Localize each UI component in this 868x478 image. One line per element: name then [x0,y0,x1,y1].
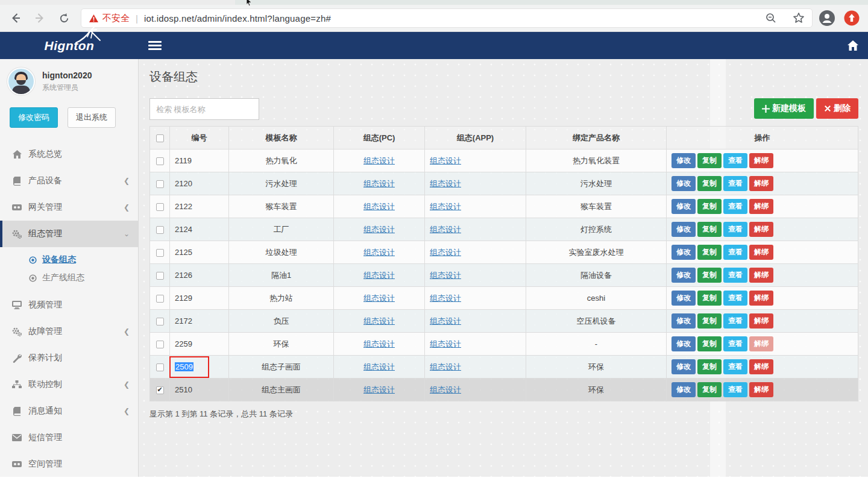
sidebar-item-gateway-management[interactable]: 网关管理❮ [0,194,138,221]
copy-button[interactable]: 复制 [697,313,722,329]
copy-button[interactable]: 复制 [697,291,722,306]
app-config-link[interactable]: 组态设计 [430,385,461,394]
copy-button[interactable]: 复制 [697,382,722,397]
modify-button[interactable]: 修改 [671,176,696,191]
unbind-button[interactable]: 解绑 [749,222,773,237]
unbind-button[interactable]: 解绑 [749,359,773,374]
row-checkbox[interactable] [156,272,164,280]
modify-button[interactable]: 修改 [671,336,696,351]
copy-button[interactable]: 复制 [697,199,722,214]
copy-button[interactable]: 复制 [697,359,722,374]
row-checkbox[interactable] [156,386,164,394]
view-button[interactable]: 查看 [723,199,747,214]
copy-button[interactable]: 复制 [697,153,722,168]
app-config-link[interactable]: 组态设计 [430,271,461,280]
unbind-button[interactable]: 解绑 [749,153,773,168]
modify-button[interactable]: 修改 [671,268,696,283]
change-password-button[interactable]: 修改密码 [10,107,58,128]
pc-config-link[interactable]: 组态设计 [363,248,395,257]
unbind-button[interactable]: 解绑 [749,176,773,191]
pc-config-link[interactable]: 组态设计 [363,339,395,348]
view-button[interactable]: 查看 [723,222,747,237]
copy-button[interactable]: 复制 [697,176,722,191]
app-config-link[interactable]: 组态设计 [430,225,461,234]
view-button[interactable]: 查看 [723,176,747,191]
sidebar-item-video-management[interactable]: 视频管理 [0,292,138,318]
bookmark-star-icon[interactable] [793,12,805,24]
sidebar-item-fault-management[interactable]: 故障管理❮ [0,318,138,345]
zoom-out-icon[interactable] [765,12,777,24]
unbind-button[interactable]: 解绑 [749,313,773,329]
forward-icon[interactable] [33,11,47,25]
row-checkbox[interactable] [156,341,164,348]
profile-icon[interactable] [819,10,835,27]
row-checkbox[interactable] [156,363,164,371]
select-all-checkbox[interactable] [156,134,164,142]
pc-config-link[interactable]: 组态设计 [363,179,395,188]
sidebar-item-sms-management[interactable]: 短信管理 [0,424,138,451]
app-config-link[interactable]: 组态设计 [430,362,461,371]
view-button[interactable]: 查看 [723,245,747,260]
pc-config-link[interactable]: 组态设计 [363,202,395,211]
modify-button[interactable]: 修改 [671,199,696,214]
row-checkbox[interactable] [156,318,164,325]
new-template-button[interactable]: 新建模板 [754,98,814,119]
sidebar-item-configuration-management[interactable]: 组态管理⌄ [0,221,138,247]
view-button[interactable]: 查看 [723,291,747,306]
modify-button[interactable]: 修改 [671,245,696,260]
app-config-link[interactable]: 组态设计 [430,248,461,257]
row-checkbox[interactable] [156,203,164,211]
view-button[interactable]: 查看 [723,268,747,283]
modify-button[interactable]: 修改 [671,313,696,329]
logout-button[interactable]: 退出系统 [68,107,116,128]
row-checkbox[interactable] [156,295,164,303]
sidebar-item-message-notification[interactable]: 消息通知❮ [0,398,138,424]
sidebar-item-maintenance-plan[interactable]: 保养计划 [0,345,138,371]
app-config-link[interactable]: 组态设计 [430,156,461,165]
pc-config-link[interactable]: 组态设计 [363,271,395,280]
unbind-button[interactable]: 解绑 [749,268,773,283]
view-button[interactable]: 查看 [723,153,747,168]
unbind-button[interactable]: 解绑 [749,382,773,397]
view-button[interactable]: 查看 [723,382,747,397]
app-config-link[interactable]: 组态设计 [430,179,461,188]
app-config-link[interactable]: 组态设计 [430,339,461,348]
url-text[interactable]: iot.idosp.net/admin/index.html?language=… [144,13,331,24]
sidebar-subitem-device-configuration[interactable]: 设备组态 [0,251,138,269]
back-icon[interactable] [8,11,23,25]
sidebar-subitem-production-line-configuration[interactable]: 生产线组态 [0,269,138,287]
unbind-button[interactable]: 解绑 [749,245,773,260]
pc-config-link[interactable]: 组态设计 [363,225,395,234]
address-bar[interactable]: 不安全 | iot.idosp.net/admin/index.html?lan… [81,8,813,28]
sidebar-item-space-management[interactable]: 空间管理 [0,451,138,477]
row-checkbox[interactable] [156,226,164,234]
sidebar-item-product-device[interactable]: 产品设备❮ [0,168,138,194]
modify-button[interactable]: 修改 [671,359,696,374]
copy-button[interactable]: 复制 [697,222,722,237]
pc-config-link[interactable]: 组态设计 [363,385,395,394]
app-config-link[interactable]: 组态设计 [430,294,461,303]
view-button[interactable]: 查看 [723,359,747,374]
modify-button[interactable]: 修改 [671,291,696,306]
hamburger-menu-icon[interactable] [148,41,162,50]
row-checkbox[interactable] [156,180,164,188]
reload-icon[interactable] [57,11,71,25]
view-button[interactable]: 查看 [723,313,747,329]
pc-config-link[interactable]: 组态设计 [363,294,395,303]
pc-config-link[interactable]: 组态设计 [363,316,395,325]
modify-button[interactable]: 修改 [671,153,696,168]
copy-button[interactable]: 复制 [697,268,722,283]
copy-button[interactable]: 复制 [697,336,722,351]
extension-up-arrow-icon[interactable] [844,10,860,26]
sidebar-item-system-overview[interactable]: 系统总览 [0,141,138,168]
delete-button[interactable]: 删除 [816,98,858,119]
home-icon[interactable] [848,40,858,51]
copy-button[interactable]: 复制 [697,245,722,260]
modify-button[interactable]: 修改 [671,222,696,237]
app-config-link[interactable]: 组态设计 [430,202,461,211]
pc-config-link[interactable]: 组态设计 [363,156,395,165]
view-button[interactable]: 查看 [723,336,747,351]
sidebar-item-linkage-control[interactable]: 联动控制❮ [0,371,138,398]
modify-button[interactable]: 修改 [671,382,696,397]
row-checkbox[interactable] [156,157,164,165]
